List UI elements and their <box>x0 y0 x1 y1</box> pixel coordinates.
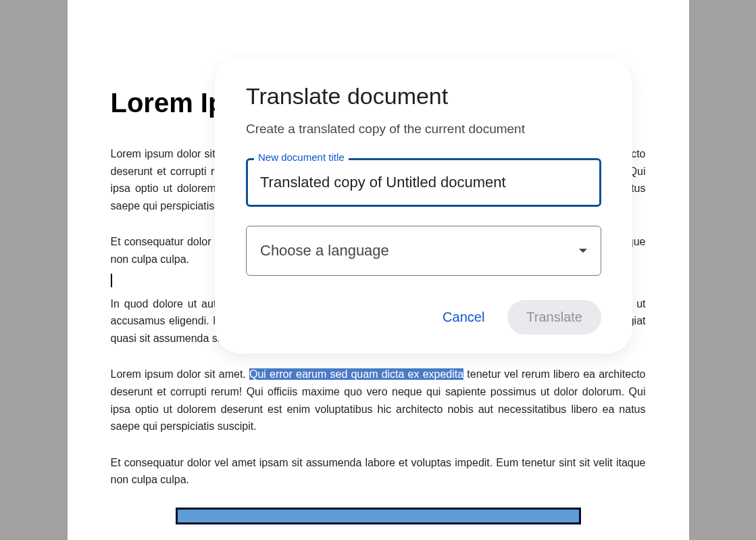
language-placeholder: Choose a language <box>260 242 389 260</box>
text-cursor <box>111 274 112 287</box>
translate-button[interactable]: Translate <box>507 300 601 335</box>
dialog-subtitle: Create a translated copy of the current … <box>246 122 601 137</box>
title-input-wrapper: New document title <box>246 158 601 207</box>
dialog-actions: Cancel Translate <box>246 300 601 335</box>
text-span: Lorem ipsum dolor sit amet. <box>111 368 249 380</box>
title-input-label: New document title <box>254 151 349 163</box>
document-image <box>176 508 581 524</box>
language-select[interactable]: Choose a language <box>246 226 601 276</box>
document-paragraph: Et consequatur dolor vel amet ipsam sit … <box>111 454 646 489</box>
document-title-input[interactable] <box>246 158 601 207</box>
image-content <box>178 510 579 524</box>
highlighted-text: Qui error earum sed quam dicta ex expedi… <box>249 368 463 380</box>
document-paragraph: Lorem ipsum dolor sit amet. Qui error ea… <box>111 366 646 435</box>
translate-dialog: Translate document Create a translated c… <box>215 57 632 353</box>
cancel-button[interactable]: Cancel <box>429 301 498 333</box>
chevron-down-icon <box>579 249 587 253</box>
dialog-title: Translate document <box>246 83 601 109</box>
